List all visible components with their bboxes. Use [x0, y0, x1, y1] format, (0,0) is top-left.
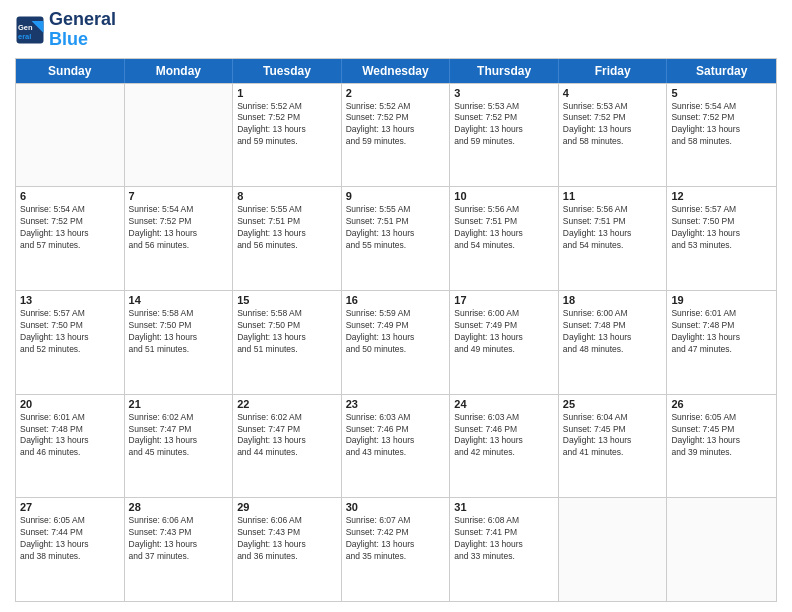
calendar-cell-empty-4-6: [667, 498, 776, 601]
calendar-cell-empty-0-0: [16, 84, 125, 187]
calendar-cell-7: 7Sunrise: 5:54 AMSunset: 7:52 PMDaylight…: [125, 187, 234, 290]
calendar-header: SundayMondayTuesdayWednesdayThursdayFrid…: [16, 59, 776, 83]
cell-info-line: Daylight: 13 hours: [346, 435, 446, 447]
day-number: 15: [237, 294, 337, 306]
logo-text: General Blue: [49, 10, 116, 50]
cell-info-line: Sunrise: 5:56 AM: [454, 204, 554, 216]
cell-info-line: Daylight: 13 hours: [20, 435, 120, 447]
cell-info-line: Sunset: 7:49 PM: [454, 320, 554, 332]
day-number: 21: [129, 398, 229, 410]
calendar-cell-10: 10Sunrise: 5:56 AMSunset: 7:51 PMDayligh…: [450, 187, 559, 290]
calendar-cell-18: 18Sunrise: 6:00 AMSunset: 7:48 PMDayligh…: [559, 291, 668, 394]
cell-info-line: Daylight: 13 hours: [346, 539, 446, 551]
cell-info-line: Sunset: 7:50 PM: [237, 320, 337, 332]
day-number: 8: [237, 190, 337, 202]
weekday-header-saturday: Saturday: [667, 59, 776, 83]
day-number: 25: [563, 398, 663, 410]
day-number: 5: [671, 87, 772, 99]
cell-info-line: and 49 minutes.: [454, 344, 554, 356]
cell-info-line: Sunrise: 6:01 AM: [20, 412, 120, 424]
weekday-header-monday: Monday: [125, 59, 234, 83]
cell-info-line: and 51 minutes.: [237, 344, 337, 356]
cell-info-line: Sunset: 7:43 PM: [237, 527, 337, 539]
cell-info-line: Sunset: 7:51 PM: [237, 216, 337, 228]
calendar-cell-20: 20Sunrise: 6:01 AMSunset: 7:48 PMDayligh…: [16, 395, 125, 498]
day-number: 26: [671, 398, 772, 410]
calendar-cell-31: 31Sunrise: 6:08 AMSunset: 7:41 PMDayligh…: [450, 498, 559, 601]
cell-info-line: Sunrise: 5:53 AM: [563, 101, 663, 113]
weekday-header-tuesday: Tuesday: [233, 59, 342, 83]
cell-info-line: Sunset: 7:45 PM: [671, 424, 772, 436]
day-number: 3: [454, 87, 554, 99]
cell-info-line: Sunset: 7:47 PM: [129, 424, 229, 436]
day-number: 18: [563, 294, 663, 306]
cell-info-line: Sunset: 7:52 PM: [129, 216, 229, 228]
cell-info-line: Daylight: 13 hours: [563, 332, 663, 344]
cell-info-line: and 44 minutes.: [237, 447, 337, 459]
calendar-cell-6: 6Sunrise: 5:54 AMSunset: 7:52 PMDaylight…: [16, 187, 125, 290]
calendar-cell-9: 9Sunrise: 5:55 AMSunset: 7:51 PMDaylight…: [342, 187, 451, 290]
cell-info-line: Sunset: 7:52 PM: [237, 112, 337, 124]
day-number: 10: [454, 190, 554, 202]
cell-info-line: and 39 minutes.: [671, 447, 772, 459]
calendar-cell-27: 27Sunrise: 6:05 AMSunset: 7:44 PMDayligh…: [16, 498, 125, 601]
cell-info-line: Sunrise: 5:53 AM: [454, 101, 554, 113]
day-number: 16: [346, 294, 446, 306]
cell-info-line: Sunset: 7:51 PM: [563, 216, 663, 228]
calendar-cell-empty-0-1: [125, 84, 234, 187]
cell-info-line: Sunrise: 6:02 AM: [237, 412, 337, 424]
cell-info-line: Sunrise: 6:07 AM: [346, 515, 446, 527]
cell-info-line: Daylight: 13 hours: [671, 435, 772, 447]
cell-info-line: Daylight: 13 hours: [129, 539, 229, 551]
cell-info-line: Sunrise: 5:55 AM: [346, 204, 446, 216]
calendar-cell-13: 13Sunrise: 5:57 AMSunset: 7:50 PMDayligh…: [16, 291, 125, 394]
cell-info-line: and 36 minutes.: [237, 551, 337, 563]
calendar-cell-21: 21Sunrise: 6:02 AMSunset: 7:47 PMDayligh…: [125, 395, 234, 498]
cell-info-line: Sunrise: 5:58 AM: [237, 308, 337, 320]
cell-info-line: and 58 minutes.: [671, 136, 772, 148]
cell-info-line: Sunrise: 5:59 AM: [346, 308, 446, 320]
day-number: 22: [237, 398, 337, 410]
day-number: 1: [237, 87, 337, 99]
cell-info-line: Sunrise: 5:57 AM: [20, 308, 120, 320]
cell-info-line: Daylight: 13 hours: [454, 435, 554, 447]
cell-info-line: and 41 minutes.: [563, 447, 663, 459]
weekday-header-sunday: Sunday: [16, 59, 125, 83]
cell-info-line: and 33 minutes.: [454, 551, 554, 563]
calendar-week-4: 20Sunrise: 6:01 AMSunset: 7:48 PMDayligh…: [16, 394, 776, 498]
cell-info-line: Sunrise: 5:54 AM: [20, 204, 120, 216]
cell-info-line: Sunset: 7:52 PM: [454, 112, 554, 124]
cell-info-line: Sunrise: 6:00 AM: [454, 308, 554, 320]
cell-info-line: Sunrise: 6:03 AM: [454, 412, 554, 424]
calendar-cell-28: 28Sunrise: 6:06 AMSunset: 7:43 PMDayligh…: [125, 498, 234, 601]
day-number: 30: [346, 501, 446, 513]
day-number: 4: [563, 87, 663, 99]
cell-info-line: Daylight: 13 hours: [237, 228, 337, 240]
cell-info-line: Sunset: 7:47 PM: [237, 424, 337, 436]
cell-info-line: Daylight: 13 hours: [237, 124, 337, 136]
weekday-header-thursday: Thursday: [450, 59, 559, 83]
calendar-cell-4: 4Sunrise: 5:53 AMSunset: 7:52 PMDaylight…: [559, 84, 668, 187]
logo: Gen eral General Blue: [15, 10, 116, 50]
cell-info-line: Sunset: 7:52 PM: [563, 112, 663, 124]
cell-info-line: Sunrise: 6:04 AM: [563, 412, 663, 424]
calendar-cell-16: 16Sunrise: 5:59 AMSunset: 7:49 PMDayligh…: [342, 291, 451, 394]
cell-info-line: Sunset: 7:52 PM: [346, 112, 446, 124]
cell-info-line: Sunrise: 6:00 AM: [563, 308, 663, 320]
day-number: 20: [20, 398, 120, 410]
cell-info-line: and 59 minutes.: [237, 136, 337, 148]
weekday-header-wednesday: Wednesday: [342, 59, 451, 83]
cell-info-line: Sunset: 7:42 PM: [346, 527, 446, 539]
cell-info-line: Daylight: 13 hours: [346, 228, 446, 240]
cell-info-line: Sunrise: 6:01 AM: [671, 308, 772, 320]
cell-info-line: Daylight: 13 hours: [454, 332, 554, 344]
day-number: 11: [563, 190, 663, 202]
cell-info-line: Daylight: 13 hours: [671, 332, 772, 344]
calendar-cell-15: 15Sunrise: 5:58 AMSunset: 7:50 PMDayligh…: [233, 291, 342, 394]
calendar-week-5: 27Sunrise: 6:05 AMSunset: 7:44 PMDayligh…: [16, 497, 776, 601]
calendar-cell-29: 29Sunrise: 6:06 AMSunset: 7:43 PMDayligh…: [233, 498, 342, 601]
calendar-cell-empty-4-5: [559, 498, 668, 601]
cell-info-line: Sunset: 7:50 PM: [20, 320, 120, 332]
day-number: 6: [20, 190, 120, 202]
calendar-cell-17: 17Sunrise: 6:00 AMSunset: 7:49 PMDayligh…: [450, 291, 559, 394]
